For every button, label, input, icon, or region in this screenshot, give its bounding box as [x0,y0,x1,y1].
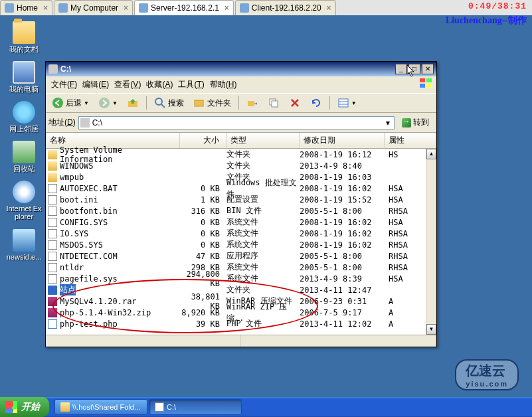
filetype-icon [48,274,57,284]
vm-tab[interactable]: Client-192.168.2.20× [235,0,336,15]
svg-rect-2 [420,84,425,88]
menu-item[interactable]: 查看(V) [112,78,143,92]
desktop-icon[interactable]: Internet Explorer [5,181,43,220]
address-bar: 地址(D) C:\ ▾ 转到 [46,113,436,133]
filetype-icon [48,252,57,261]
client-icon [240,3,249,13]
window-titlebar[interactable]: C:\ _ □ ✕ [46,62,436,76]
back-label: 后退 [66,98,82,109]
scrollbar[interactable]: ▲ ▼ [426,149,436,335]
folders-button[interactable]: 文件夹 [190,95,234,111]
file-row[interactable]: System Volume Information文件夹2008-1-19 16… [46,149,436,160]
desktop-icon-label: newsid.e... [5,253,43,261]
desktop-icon-label: 回收站 [5,165,43,173]
menu-item[interactable]: 编辑(E) [80,78,112,92]
file-name: AUTOEXEC.BAT [60,184,118,193]
file-name: boot.ini [60,195,98,205]
file-name: ntldr [60,263,84,272]
file-row[interactable]: WINDOWS文件夹2013-4-9 8:40 [46,160,436,171]
file-row[interactable]: bootfont.bin316 KBBIN 文件2005-5-1 8:00RHS… [46,205,436,216]
file-row[interactable]: ntldr298 KB系统文件2005-5-1 8:00RHSA [46,262,436,273]
menu-item[interactable]: 文件(F) [48,78,80,92]
delete-x-icon [289,97,301,109]
close-button[interactable]: ✕ [422,64,434,74]
file-size: 0 KB [180,229,226,238]
start-label: 开始 [21,401,40,413]
back-button[interactable]: 后退 ▼ [48,95,92,111]
desktop-icon[interactable]: newsid.e... [5,229,43,261]
vm-tab-label: Home [17,3,38,13]
delete-button[interactable] [286,95,304,111]
address-dropdown-icon[interactable]: ▾ [383,118,393,127]
file-date: 2008-1-19 16:02 [300,240,385,250]
file-size: 0 KB [180,184,226,193]
filetype-icon [48,218,57,227]
filetype-icon [48,297,57,306]
desktop-icon[interactable]: 网上邻居 [5,101,43,133]
vm-tab[interactable]: Server-192.168.2.1× [134,0,234,15]
scroll-down-button[interactable]: ▼ [426,324,436,335]
file-type: 系统文件 [226,239,300,250]
search-button[interactable]: 搜索 [151,95,187,111]
menu-item[interactable]: 工具(T) [175,78,207,92]
ic-ie [13,181,35,203]
file-row[interactable]: boot.ini1 KB配置设置2008-1-19 15:52HSA [46,194,436,205]
file-row[interactable]: CONFIG.SYS0 KB系统文件2008-1-19 16:02HSA [46,216,436,228]
file-date: 2005-5-1 8:00 [300,207,385,216]
scroll-up-button[interactable]: ▲ [426,149,436,159]
file-name: php-test.php [60,319,118,329]
col-attr[interactable]: 属性 [385,133,436,148]
vm-tab[interactable]: Home× [0,0,52,15]
file-size: 0 KB [180,240,226,250]
forward-button[interactable]: ▼ [95,95,121,111]
views-button[interactable]: ▼ [334,95,360,111]
address-input[interactable]: C:\ ▾ [78,116,395,129]
file-name: NTDETECT.COM [60,252,118,261]
taskbar-task[interactable]: \\.host\Shared Fold... [54,399,147,415]
move-to-button[interactable] [243,95,262,111]
file-row[interactable]: NTDETECT.COM47 KB应用程序2005-5-1 8:00RHSA [46,250,436,262]
svg-point-4 [52,98,63,108]
file-row[interactable]: pagefile.sys294,800 KB系统文件2013-4-9 8:39H… [46,273,436,284]
undo-button[interactable] [307,95,325,111]
vm-tab[interactable]: My Computer× [54,0,133,15]
close-tab-icon[interactable]: × [124,3,128,13]
file-size: 39 KB [180,319,226,329]
start-button[interactable]: 开始 [0,397,49,417]
maximize-button[interactable]: □ [408,64,420,74]
filetype-icon [48,195,57,205]
svg-point-5 [99,98,110,108]
col-date[interactable]: 修改日期 [300,133,385,148]
ic-computer [13,61,35,84]
svg-rect-3 [426,84,432,88]
go-label: 转到 [413,117,429,128]
desktop-icon[interactable]: 我的文档 [5,21,43,53]
file-date: 2006-7-5 9:17 [300,308,385,317]
file-row[interactable]: IO.SYS0 KB系统文件2008-1-19 16:02RHSA [46,228,436,239]
close-tab-icon[interactable]: × [327,3,331,13]
status-left [46,335,241,347]
ic-recycle [13,141,35,163]
file-row[interactable]: php-5.1.4-Win32.zip8,920 KBWinRAR ZIP 压缩… [46,307,436,318]
file-row[interactable]: 站点文件夹2013-4-11 12:47 [46,284,436,295]
menu-item[interactable]: 帮助(H) [207,78,240,92]
minimize-button[interactable]: _ [395,64,407,74]
address-label: 地址(D) [48,117,76,128]
copy-to-button[interactable] [264,95,283,111]
up-button[interactable] [124,95,142,111]
col-size[interactable]: 大小 [180,133,226,148]
go-button[interactable]: 转到 [397,115,434,130]
desktop-icon[interactable]: 回收站 [5,141,43,173]
computer-icon [58,3,68,13]
taskbar-task[interactable]: C:\ [149,399,242,415]
recording-clock: 0:49/38:31 [468,1,527,11]
file-row[interactable]: php-test.php39 KBPHP 文件2013-4-11 12:02A [46,318,436,329]
file-row[interactable]: AUTOEXEC.BAT0 KBWindows 批处理文件2008-1-19 1… [46,183,436,194]
file-name: pagefile.sys [60,274,118,284]
close-tab-icon[interactable]: × [43,3,48,13]
col-type[interactable]: 类型 [226,133,300,148]
desktop-icon[interactable]: 我的电脑 [5,61,43,93]
file-row[interactable]: MSDOS.SYS0 KB系统文件2008-1-19 16:02RHSA [46,239,436,250]
close-tab-icon[interactable]: × [224,3,229,13]
menu-item[interactable]: 收藏(A) [143,78,175,92]
